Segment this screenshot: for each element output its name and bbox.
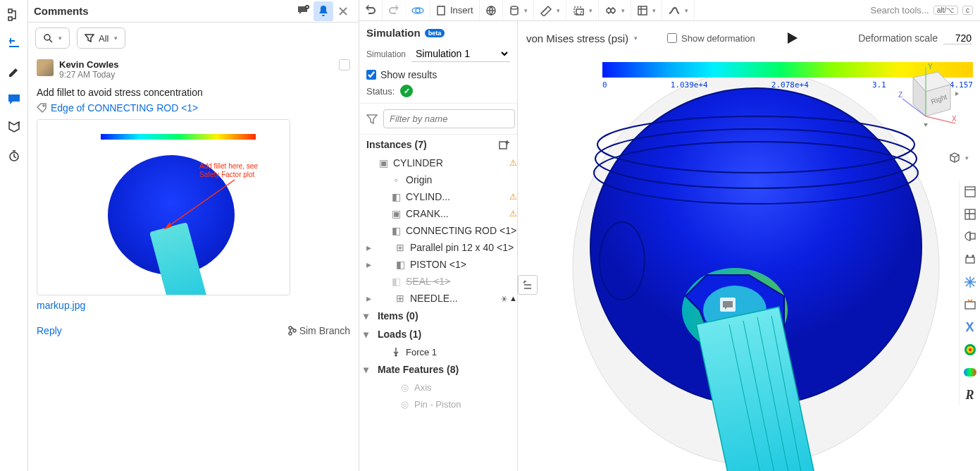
comment-item: Kevin Cowles 9:27 AM Today Add fillet to… (28, 54, 359, 342)
cylinder-button[interactable]: ▾ (503, 0, 534, 21)
dock-x-icon[interactable]: X (962, 319, 978, 335)
config-button[interactable]: ▾ (599, 0, 631, 21)
comment-text: Add fillet to avoid stress concentration (37, 87, 350, 98)
filter-icon[interactable] (366, 114, 378, 125)
measure-button[interactable]: ▾ (534, 0, 566, 21)
timer-icon[interactable] (6, 148, 22, 164)
dock-gradient-icon[interactable] (962, 365, 978, 380)
tree-item-pin-piston[interactable]: ◎Pin - Piston (359, 396, 517, 412)
filter-all-button[interactable]: All▾ (77, 27, 125, 49)
force-icon (390, 346, 402, 357)
tree-item-cylind[interactable]: ◧CYLIND...⚠ (359, 188, 517, 205)
asm-icon: ⊞ (395, 242, 406, 253)
svg-rect-1 (8, 17, 12, 20)
tree-item-pin[interactable]: ▸⊞Parallel pin 12 x 40 <1> (359, 239, 517, 256)
expand-icon[interactable]: ▸ (366, 242, 376, 253)
part-icon: ◧ (390, 225, 402, 236)
svg-point-20 (611, 8, 615, 13)
deform-scale-input[interactable] (943, 32, 972, 44)
search-comments-button[interactable]: ▾ (35, 27, 70, 49)
status-row: Status: ✓ (366, 85, 510, 97)
attachment-filename[interactable]: markup.jpg (37, 300, 350, 311)
branch-indicator[interactable]: Sim Branch (288, 325, 350, 336)
dock-target-icon[interactable] (962, 342, 978, 357)
expand-icon[interactable]: ▸ (366, 259, 376, 270)
help-icon[interactable]: ? (6, 120, 22, 135)
markup-image[interactable]: Add fillet here, seeSafety Factor plot (37, 119, 290, 295)
svg-marker-48 (924, 123, 928, 127)
section-items[interactable]: ▾Items (0) (359, 307, 517, 325)
tree-item-seal[interactable]: ◧SEAL <1> (359, 273, 517, 290)
dock-frame-icon[interactable] (962, 252, 978, 267)
collapse-panel-button[interactable] (518, 275, 538, 295)
dock-r-icon[interactable]: R (962, 387, 978, 403)
insert-label: Insert (450, 5, 473, 16)
deform-scale-label: Deformation scale (858, 32, 938, 44)
isometric-button[interactable]: ▾ (948, 152, 969, 164)
svg-point-23 (395, 355, 397, 356)
redo-button[interactable] (383, 0, 406, 21)
tree-item-connrod[interactable]: ◧CONNECTING ROD <1> (359, 222, 517, 239)
instance-tree: ▣CYLINDER⚠ ◦Origin ◧CYLIND...⚠ ▣CRANK...… (359, 154, 517, 307)
curve-button[interactable]: ▾ (662, 0, 695, 21)
status-ok-icon: ✓ (400, 85, 413, 97)
expand-icon[interactable]: ▸ (366, 293, 376, 304)
dock-table-icon[interactable] (962, 207, 978, 222)
comment-icon[interactable] (6, 92, 22, 107)
insert-button[interactable]: Insert (430, 0, 480, 21)
instances-header[interactable]: Instances (7) (359, 134, 517, 154)
avatar (37, 59, 54, 76)
tree-item-needle[interactable]: ▸⊞NEEDLE...⚹ ▲ (359, 290, 517, 307)
warn-icon: ⚠ (509, 192, 517, 202)
dock-sheet-icon[interactable] (962, 184, 978, 200)
resolve-checkbox[interactable] (339, 59, 350, 71)
dock-snowflake-icon[interactable] (962, 274, 978, 290)
undo-button[interactable] (359, 0, 383, 21)
simulation-label: Simulation (366, 49, 406, 59)
svg-point-5 (44, 35, 50, 40)
origin-icon: ◦ (390, 174, 402, 185)
svg-rect-17 (574, 7, 581, 14)
stress-type-select[interactable]: von Mises stress (psi)▾ (526, 32, 638, 44)
notifications-icon[interactable] (314, 1, 333, 21)
orbit-button[interactable] (406, 0, 430, 21)
play-button[interactable] (785, 31, 799, 45)
new-comment-icon[interactable] (294, 1, 314, 21)
tree-item-origin[interactable]: ◦Origin (359, 171, 517, 188)
reply-button[interactable]: Reply (37, 325, 62, 336)
reference-link[interactable]: Edge of CONNECTING ROD <1> (37, 102, 350, 114)
viewcube[interactable]: Right Y X Z (895, 63, 959, 127)
axis-icon: ◎ (399, 381, 410, 393)
sheet-button[interactable]: ▾ (631, 0, 662, 21)
search-tools[interactable]: Search tools... alt/⌥ c (864, 5, 980, 16)
dock-sigma-icon[interactable] (962, 297, 978, 312)
beta-badge: beta (425, 29, 445, 37)
section-mates[interactable]: ▾Mate Features (8) (359, 360, 517, 379)
add-icon[interactable] (6, 35, 22, 51)
filter-input[interactable] (383, 109, 515, 128)
tree-item-axis[interactable]: ◎Axis (359, 379, 517, 396)
comments-header: Comments (28, 0, 359, 23)
viewport[interactable]: 0 1.039e+4 2.078e+4 3.1 4.157 Right Y X … (518, 21, 980, 471)
warn-icon: ⚠ (509, 158, 517, 168)
svg-text:Y: Y (928, 63, 933, 71)
section-loads[interactable]: ▾Loads (1) (359, 325, 517, 343)
show-results-check[interactable]: Show results (366, 69, 510, 80)
section-button[interactable]: ▾ (566, 0, 599, 21)
tree-item-cylinder[interactable]: ▣CYLINDER⚠ (359, 154, 517, 171)
tree-item-piston[interactable]: ▸◧PISTON <1> (359, 256, 517, 273)
simulation-select[interactable]: Simulation 1 (411, 46, 510, 62)
tree-icon[interactable] (6, 7, 22, 23)
comments-toolbar: ▾ All▾ (28, 23, 359, 54)
dock-geom-icon[interactable] (962, 229, 978, 245)
close-icon[interactable] (333, 1, 353, 21)
tree-item-force[interactable]: Force 1 (359, 343, 517, 360)
simulation-panel: Simulation beta Simulation Simulation 1 … (359, 21, 518, 471)
tree-item-crank[interactable]: ▣CRANK...⚠ (359, 205, 517, 222)
add-instance-icon[interactable] (499, 140, 510, 149)
show-deformation-check[interactable]: Show deformation (667, 33, 755, 44)
globe-button[interactable] (480, 0, 503, 21)
doc-icon: ▣ (378, 157, 389, 169)
kbd-alt: alt/⌥ (934, 6, 958, 15)
edit-icon[interactable] (6, 63, 22, 79)
